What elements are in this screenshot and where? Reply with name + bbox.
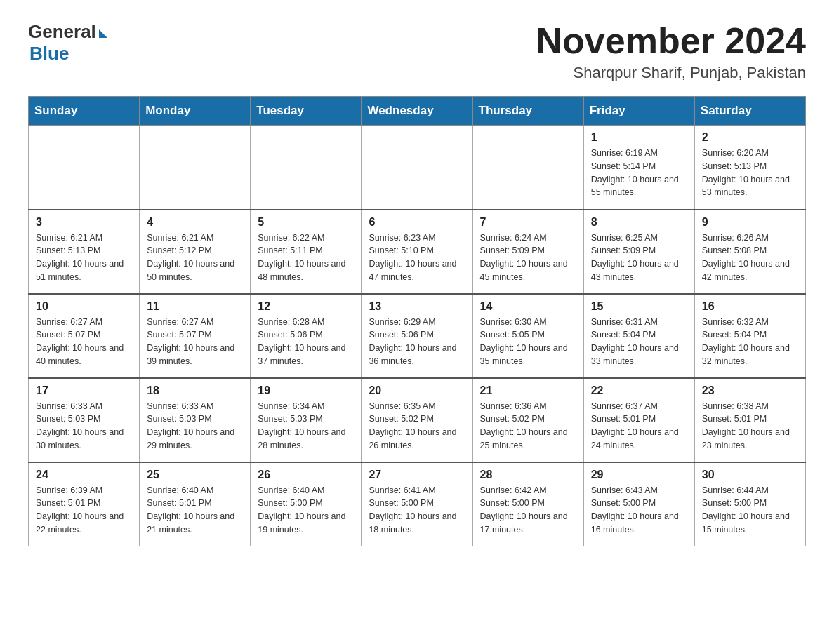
- calendar-cell: [472, 126, 583, 210]
- calendar-week-2: 3Sunrise: 6:21 AMSunset: 5:13 PMDaylight…: [29, 210, 806, 294]
- calendar-cell: 3Sunrise: 6:21 AMSunset: 5:13 PMDaylight…: [29, 210, 140, 294]
- calendar-cell: [140, 126, 251, 210]
- day-number: 15: [591, 300, 687, 313]
- day-info: Sunrise: 6:21 AMSunset: 5:12 PMDaylight:…: [147, 232, 243, 284]
- calendar-header-row: SundayMondayTuesdayWednesdayThursdayFrid…: [29, 97, 806, 126]
- calendar-table: SundayMondayTuesdayWednesdayThursdayFrid…: [28, 96, 806, 546]
- calendar-cell: 29Sunrise: 6:43 AMSunset: 5:00 PMDayligh…: [583, 462, 694, 546]
- day-info: Sunrise: 6:40 AMSunset: 5:00 PMDaylight:…: [258, 484, 354, 537]
- day-info: Sunrise: 6:31 AMSunset: 5:04 PMDaylight:…: [591, 316, 687, 368]
- calendar-cell: 12Sunrise: 6:28 AMSunset: 5:06 PMDayligh…: [251, 294, 362, 378]
- day-number: 4: [147, 216, 243, 229]
- calendar-cell: 21Sunrise: 6:36 AMSunset: 5:02 PMDayligh…: [472, 378, 583, 462]
- calendar-cell: 17Sunrise: 6:33 AMSunset: 5:03 PMDayligh…: [29, 378, 140, 462]
- day-number: 25: [147, 469, 243, 481]
- calendar-cell: 14Sunrise: 6:30 AMSunset: 5:05 PMDayligh…: [472, 294, 583, 378]
- calendar-cell: 28Sunrise: 6:42 AMSunset: 5:00 PMDayligh…: [472, 462, 583, 546]
- day-info: Sunrise: 6:25 AMSunset: 5:09 PMDaylight:…: [591, 232, 687, 284]
- calendar-week-4: 17Sunrise: 6:33 AMSunset: 5:03 PMDayligh…: [29, 378, 806, 462]
- calendar-cell: 4Sunrise: 6:21 AMSunset: 5:12 PMDaylight…: [140, 210, 251, 294]
- calendar-cell: [29, 126, 140, 210]
- calendar-week-3: 10Sunrise: 6:27 AMSunset: 5:07 PMDayligh…: [29, 294, 806, 378]
- day-number: 20: [369, 384, 465, 397]
- day-number: 14: [480, 300, 576, 313]
- calendar-cell: 23Sunrise: 6:38 AMSunset: 5:01 PMDayligh…: [694, 378, 805, 462]
- day-info: Sunrise: 6:26 AMSunset: 5:08 PMDaylight:…: [702, 232, 798, 284]
- day-info: Sunrise: 6:37 AMSunset: 5:01 PMDaylight:…: [591, 400, 687, 452]
- calendar-cell: 26Sunrise: 6:40 AMSunset: 5:00 PMDayligh…: [251, 462, 362, 546]
- day-number: 18: [147, 384, 243, 397]
- day-number: 16: [702, 300, 798, 313]
- calendar-cell: 30Sunrise: 6:44 AMSunset: 5:00 PMDayligh…: [694, 462, 805, 546]
- calendar-cell: 8Sunrise: 6:25 AMSunset: 5:09 PMDaylight…: [583, 210, 694, 294]
- calendar-cell: 15Sunrise: 6:31 AMSunset: 5:04 PMDayligh…: [583, 294, 694, 378]
- calendar-header-tuesday: Tuesday: [251, 97, 362, 126]
- day-info: Sunrise: 6:27 AMSunset: 5:07 PMDaylight:…: [36, 316, 132, 368]
- day-number: 12: [258, 300, 354, 313]
- day-info: Sunrise: 6:34 AMSunset: 5:03 PMDaylight:…: [258, 400, 354, 452]
- logo-general-text: General: [28, 21, 107, 43]
- location-text: Sharqpur Sharif, Punjab, Pakistan: [536, 64, 806, 82]
- day-number: 11: [147, 300, 243, 313]
- day-number: 7: [480, 216, 576, 229]
- calendar-cell: 1Sunrise: 6:19 AMSunset: 5:14 PMDaylight…: [583, 126, 694, 210]
- calendar-cell: 25Sunrise: 6:40 AMSunset: 5:01 PMDayligh…: [140, 462, 251, 546]
- day-number: 17: [36, 384, 132, 397]
- calendar-cell: [251, 126, 362, 210]
- day-info: Sunrise: 6:42 AMSunset: 5:00 PMDaylight:…: [480, 484, 576, 537]
- day-number: 3: [36, 216, 132, 229]
- calendar-cell: 22Sunrise: 6:37 AMSunset: 5:01 PMDayligh…: [583, 378, 694, 462]
- day-number: 13: [369, 300, 465, 313]
- day-number: 27: [369, 469, 465, 481]
- day-info: Sunrise: 6:33 AMSunset: 5:03 PMDaylight:…: [36, 400, 132, 452]
- page-header: General Blue November 2024 Sharqpur Shar…: [28, 21, 806, 82]
- day-info: Sunrise: 6:24 AMSunset: 5:09 PMDaylight:…: [480, 232, 576, 284]
- day-info: Sunrise: 6:35 AMSunset: 5:02 PMDaylight:…: [369, 400, 465, 452]
- day-number: 28: [480, 469, 576, 481]
- calendar-cell: 20Sunrise: 6:35 AMSunset: 5:02 PMDayligh…: [362, 378, 472, 462]
- day-info: Sunrise: 6:22 AMSunset: 5:11 PMDaylight:…: [258, 232, 354, 284]
- day-info: Sunrise: 6:23 AMSunset: 5:10 PMDaylight:…: [369, 232, 465, 284]
- day-number: 24: [36, 469, 132, 481]
- day-number: 19: [258, 384, 354, 397]
- day-info: Sunrise: 6:19 AMSunset: 5:14 PMDaylight:…: [591, 147, 687, 199]
- calendar-cell: 10Sunrise: 6:27 AMSunset: 5:07 PMDayligh…: [29, 294, 140, 378]
- day-number: 29: [591, 469, 687, 481]
- calendar-cell: 24Sunrise: 6:39 AMSunset: 5:01 PMDayligh…: [29, 462, 140, 546]
- calendar-header-saturday: Saturday: [694, 97, 805, 126]
- day-info: Sunrise: 6:29 AMSunset: 5:06 PMDaylight:…: [369, 316, 465, 368]
- day-number: 30: [702, 469, 798, 481]
- day-info: Sunrise: 6:27 AMSunset: 5:07 PMDaylight:…: [147, 316, 243, 368]
- day-number: 26: [258, 469, 354, 481]
- day-info: Sunrise: 6:32 AMSunset: 5:04 PMDaylight:…: [702, 316, 798, 368]
- day-info: Sunrise: 6:28 AMSunset: 5:06 PMDaylight:…: [258, 316, 354, 368]
- day-number: 1: [591, 131, 687, 144]
- day-number: 2: [702, 131, 798, 144]
- calendar-week-5: 24Sunrise: 6:39 AMSunset: 5:01 PMDayligh…: [29, 462, 806, 546]
- day-info: Sunrise: 6:20 AMSunset: 5:13 PMDaylight:…: [702, 147, 798, 199]
- day-number: 6: [369, 216, 465, 229]
- day-info: Sunrise: 6:30 AMSunset: 5:05 PMDaylight:…: [480, 316, 576, 368]
- calendar-cell: 6Sunrise: 6:23 AMSunset: 5:10 PMDaylight…: [362, 210, 472, 294]
- day-number: 21: [480, 384, 576, 397]
- calendar-cell: 11Sunrise: 6:27 AMSunset: 5:07 PMDayligh…: [140, 294, 251, 378]
- title-block: November 2024 Sharqpur Sharif, Punjab, P…: [536, 21, 806, 82]
- logo-blue-text: Blue: [29, 43, 69, 65]
- calendar-header-thursday: Thursday: [472, 97, 583, 126]
- calendar-cell: 18Sunrise: 6:33 AMSunset: 5:03 PMDayligh…: [140, 378, 251, 462]
- calendar-week-1: 1Sunrise: 6:19 AMSunset: 5:14 PMDaylight…: [29, 126, 806, 210]
- day-info: Sunrise: 6:36 AMSunset: 5:02 PMDaylight:…: [480, 400, 576, 452]
- calendar-header-wednesday: Wednesday: [362, 97, 472, 126]
- day-number: 23: [702, 384, 798, 397]
- calendar-cell: 13Sunrise: 6:29 AMSunset: 5:06 PMDayligh…: [362, 294, 472, 378]
- calendar-header-sunday: Sunday: [29, 97, 140, 126]
- day-info: Sunrise: 6:40 AMSunset: 5:01 PMDaylight:…: [147, 484, 243, 537]
- day-info: Sunrise: 6:33 AMSunset: 5:03 PMDaylight:…: [147, 400, 243, 452]
- day-number: 8: [591, 216, 687, 229]
- calendar-cell: 7Sunrise: 6:24 AMSunset: 5:09 PMDaylight…: [472, 210, 583, 294]
- day-info: Sunrise: 6:43 AMSunset: 5:00 PMDaylight:…: [591, 484, 687, 537]
- calendar-cell: 16Sunrise: 6:32 AMSunset: 5:04 PMDayligh…: [694, 294, 805, 378]
- day-number: 5: [258, 216, 354, 229]
- logo-arrow-icon: [99, 29, 107, 38]
- day-info: Sunrise: 6:39 AMSunset: 5:01 PMDaylight:…: [36, 484, 132, 537]
